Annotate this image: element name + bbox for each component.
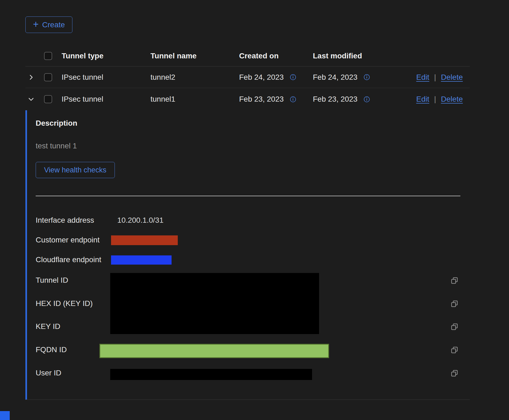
column-header-tunnel-name: Tunnel name xyxy=(150,52,239,60)
row-checkbox[interactable] xyxy=(44,95,52,103)
tunnel-type-cell: IPsec tunnel xyxy=(62,95,150,104)
info-icon[interactable] xyxy=(290,96,296,103)
cloudflare-endpoint-label: Cloudflare endpoint xyxy=(36,255,101,264)
tunnel-hex-key-id-redacted-value xyxy=(110,273,319,334)
bottom-left-blue-strip xyxy=(0,411,10,420)
tunnel-name-cell: tunnel1 xyxy=(150,95,239,104)
delete-link[interactable]: Delete xyxy=(441,73,463,82)
chevron-right-icon[interactable] xyxy=(28,74,35,81)
info-icon[interactable] xyxy=(363,74,370,81)
user-id-redacted-value xyxy=(110,369,312,380)
info-icon[interactable] xyxy=(290,74,296,81)
fqdn-id-label: FQDN ID xyxy=(36,345,67,354)
last-modified-cell: Feb 24, 2023 xyxy=(313,73,357,82)
action-separator: | xyxy=(434,73,436,82)
created-on-cell: Feb 23, 2023 xyxy=(239,95,284,104)
key-id-label: KEY ID xyxy=(36,322,60,331)
chevron-down-icon[interactable] xyxy=(28,96,35,103)
select-all-checkbox[interactable] xyxy=(44,52,52,60)
copy-user-id-button[interactable] xyxy=(450,369,458,377)
customer-endpoint-redacted-value xyxy=(111,235,178,245)
interface-address-label: Interface address xyxy=(36,216,94,225)
column-header-created-on: Created on xyxy=(239,52,313,60)
hex-id-label: HEX ID (KEY ID) xyxy=(36,299,93,308)
cloudflare-endpoint-redacted-value xyxy=(111,255,172,265)
info-icon[interactable] xyxy=(363,96,370,103)
tunnel-detail-panel: Description test tunnel 1 View health ch… xyxy=(25,110,470,400)
table-header-row: Tunnel type Tunnel name Created on Last … xyxy=(25,45,470,66)
copy-hex-id-button[interactable] xyxy=(450,300,458,308)
edit-link[interactable]: Edit xyxy=(416,95,429,104)
user-id-label: User ID xyxy=(36,369,61,377)
description-text: test tunnel 1 xyxy=(36,142,77,150)
column-header-last-modified: Last modified xyxy=(313,52,402,60)
section-divider xyxy=(36,196,460,196)
plus-icon: + xyxy=(33,19,39,29)
create-button[interactable]: + Create xyxy=(25,16,72,33)
view-health-checks-button[interactable]: View health checks xyxy=(36,162,115,178)
create-button-label: Create xyxy=(42,21,65,29)
interface-address-value: 10.200.1.0/31 xyxy=(117,216,163,225)
delete-link[interactable]: Delete xyxy=(441,95,463,104)
tunnel-name-cell: tunnel2 xyxy=(150,73,239,82)
tunnel-type-cell: IPsec tunnel xyxy=(62,73,150,82)
copy-fqdn-id-button[interactable] xyxy=(450,346,458,354)
table-row: IPsec tunnel tunnel1 Feb 23, 2023 Feb 23… xyxy=(25,88,470,110)
description-label: Description xyxy=(36,119,77,128)
copy-key-id-button[interactable] xyxy=(450,323,458,331)
edit-link[interactable]: Edit xyxy=(416,73,429,82)
fqdn-id-redacted-value xyxy=(99,344,329,358)
customer-endpoint-label: Customer endpoint xyxy=(36,236,100,244)
tunnel-id-label: Tunnel ID xyxy=(36,276,68,285)
last-modified-cell: Feb 23, 2023 xyxy=(313,95,357,104)
action-separator: | xyxy=(434,95,436,104)
created-on-cell: Feb 24, 2023 xyxy=(239,73,284,82)
copy-tunnel-id-button[interactable] xyxy=(450,276,458,285)
column-header-tunnel-type: Tunnel type xyxy=(62,52,150,60)
table-row: IPsec tunnel tunnel2 Feb 24, 2023 Feb 24… xyxy=(25,66,470,88)
row-checkbox[interactable] xyxy=(44,73,52,81)
